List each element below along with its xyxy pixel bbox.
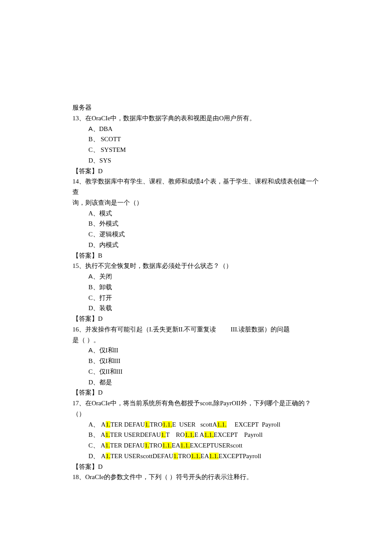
option-letter: D、 xyxy=(89,157,100,164)
option-letter: B、 xyxy=(89,284,99,291)
q14-opt-a: A、模式 xyxy=(72,208,320,219)
highlight: 1. xyxy=(106,453,110,459)
q15-opt-a: A、关闭 xyxy=(72,271,320,282)
q16-text-1b: III.读脏数据）的问题 xyxy=(231,326,290,333)
option-text: 模式 xyxy=(99,210,112,217)
q16-opt-c: C、仅II和III xyxy=(72,366,320,377)
option-text: 卸载 xyxy=(99,284,112,291)
option-text: SYS xyxy=(99,157,111,164)
highlight: 1.1. xyxy=(209,453,219,459)
option-text: 打开 xyxy=(99,294,112,301)
q13-opt-a: A、DBA xyxy=(72,124,320,134)
option-text: 、DBA xyxy=(93,125,113,132)
option-letter: B、 xyxy=(89,357,99,364)
option-text: 、仅I和II xyxy=(93,347,118,354)
answer-label: 【答案】 xyxy=(72,463,98,470)
q13-opt-c: C、 SYSTEM xyxy=(72,145,320,155)
q15-answer: 【答案】D xyxy=(72,314,320,324)
q17-answer: 【答案】D xyxy=(72,462,320,472)
option-letter: A、 xyxy=(89,421,100,428)
option-text: 外模式 xyxy=(99,220,118,227)
option-letter: B、 xyxy=(89,136,99,142)
q15-text: 15、执行不完全恢复时，数据库必须处于什么状态？（） xyxy=(72,261,320,271)
option-letter: C、 xyxy=(89,146,99,153)
answer-label: 【答案】 xyxy=(72,389,98,396)
answer-value: D xyxy=(98,463,103,470)
highlight: 1. xyxy=(106,421,110,428)
answer-value: D xyxy=(98,315,103,322)
answer-label: 【答案】 xyxy=(72,168,98,174)
option-text: 装载 xyxy=(99,305,112,311)
option-letter: D、 xyxy=(89,453,100,459)
option-text: 逻辑模式 xyxy=(99,231,125,238)
q16-text-1: 16、并发操作有可能引起（I.丢失更新II.不可重复读 III.读脏数据）的问题 xyxy=(72,324,320,335)
option-letter: A xyxy=(89,346,93,354)
q14-answer: 【答案】B xyxy=(72,250,320,261)
exam-page: 服务器 13、在OraCIe中，数据库中数据字典的表和视图是由O用户所有。 A、… xyxy=(0,0,392,482)
answer-label: 【答案】 xyxy=(72,315,98,322)
highlight: 1.1. xyxy=(162,442,172,449)
option-letter: C、 xyxy=(89,442,99,449)
q17-opt-a: A、 A1.TER DEFAU1.TRO1.1.E USER scottA1.1… xyxy=(72,419,320,430)
highlight: 1.1. xyxy=(180,442,190,449)
option-letter: D、 xyxy=(89,241,100,248)
q15-opt-d: D、装载 xyxy=(72,303,320,314)
option-letter: A、 xyxy=(89,210,100,217)
option-letter: B、 xyxy=(89,220,99,227)
highlight: 1.1. xyxy=(217,421,227,428)
option-text: 、关闭 xyxy=(93,273,112,280)
option-letter: A xyxy=(89,125,93,132)
q16-answer: 【答案】D xyxy=(72,387,320,398)
q17-opt-d: D、 A1.TER USERscottDEFAU1.TRO1.1.EA1.1.E… xyxy=(72,451,320,462)
q17-text-2: （） xyxy=(72,409,320,419)
q13-opt-b: B、 SCOTT xyxy=(72,134,320,145)
q14-opt-b: B、外模式 xyxy=(72,218,320,229)
option-letter: C、 xyxy=(89,231,99,238)
answer-label: 【答案】 xyxy=(72,252,98,259)
q13-opt-d: D、SYS xyxy=(72,155,320,166)
q18-text: 18、OraCIe的参数文件中，下列（ ）符号开头的行表示注释行。 xyxy=(72,472,320,482)
highlight: 1. xyxy=(105,442,110,449)
q13-answer: 【答案】D xyxy=(72,166,320,177)
q16-text-2: 是（ ）。 xyxy=(72,335,320,346)
q16-opt-d: D、都是 xyxy=(72,377,320,388)
highlight: 1. xyxy=(173,453,178,459)
option-letter: D、 xyxy=(89,305,100,311)
q17-opt-c: C、 A1.TER DEFAU1.TRO1.1.EA1.1.EXCEPTUSER… xyxy=(72,440,320,451)
highlight: 1.1. xyxy=(185,431,195,438)
q16-opt-b: B、仅I和III xyxy=(72,356,320,366)
answer-value: B xyxy=(98,252,102,259)
answer-value: D xyxy=(98,168,103,174)
q16-text-1a: 16、并发操作有可能引起（I.丢失更新II.不可重复读 xyxy=(72,326,216,333)
highlight: 1.1. xyxy=(204,431,214,438)
q14-opt-d: D、内模式 xyxy=(72,240,320,250)
option-letter: A xyxy=(89,273,93,280)
answer-value: D xyxy=(98,389,103,396)
option-letter: C、 xyxy=(89,368,99,375)
option-text: SCOTT xyxy=(99,136,121,142)
option-text: 仅II和III xyxy=(99,368,123,375)
q14-text-2: 询，则该查询是一个（） xyxy=(72,198,320,208)
option-text: 内模式 xyxy=(99,241,118,248)
highlight: 1.1. xyxy=(191,453,201,459)
option-text: 仅I和III xyxy=(99,357,121,364)
highlight: 1. xyxy=(144,442,149,449)
option-letter: D、 xyxy=(89,379,100,386)
highlight: 1. xyxy=(145,421,150,428)
q14-opt-c: C、逻辑模式 xyxy=(72,229,320,240)
q16-opt-a: A、仅I和II xyxy=(72,345,320,356)
q14-text-1: 14、教学数据库中有学生、课程、教师和成绩4个表，基于学生、课程和成绩表创建一个… xyxy=(72,176,320,198)
q17-opt-b: B、 A1.TER USERDEFAU1.T RO1.1.E A1.1.EXCE… xyxy=(72,430,320,440)
option-text: SYSTEM xyxy=(99,146,126,153)
option-letter: C、 xyxy=(89,294,99,301)
q15-opt-c: C、打开 xyxy=(72,293,320,303)
q15-opt-b: B、卸载 xyxy=(72,282,320,293)
option-letter: B、 xyxy=(89,431,99,438)
option-text: 都是 xyxy=(99,379,112,386)
q13-text: 13、在OraCIe中，数据库中数据字典的表和视图是由O用户所有。 xyxy=(72,113,320,124)
highlight: 1. xyxy=(161,431,166,438)
q17-text-1: 17、在OraCIe中，将当前系统所有角色都授予scott,除PayrOII外，… xyxy=(72,398,320,409)
pre-text: 服务器 xyxy=(72,102,320,113)
highlight: 1. xyxy=(105,431,110,438)
highlight: 1.1. xyxy=(162,421,172,428)
